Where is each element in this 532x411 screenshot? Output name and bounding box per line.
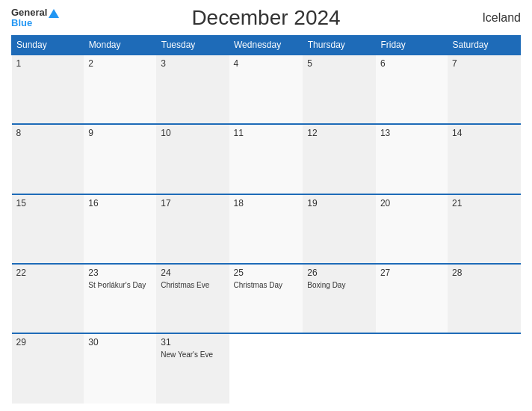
day-number: 23 xyxy=(88,268,152,278)
day-number: 8 xyxy=(16,128,80,138)
holiday-label: Christmas Eve xyxy=(161,280,224,290)
days-header-row: Sunday Monday Tuesday Wednesday Thursday… xyxy=(12,35,521,55)
day-number: 14 xyxy=(452,128,516,138)
holiday-label: Boxing Day xyxy=(307,280,371,290)
header-thursday: Thursday xyxy=(303,35,376,55)
day-number: 6 xyxy=(380,58,443,69)
header-monday: Monday xyxy=(84,35,156,55)
day-number: 16 xyxy=(88,198,152,208)
day-cell-19: 19 xyxy=(303,194,376,264)
day-cell-11: 11 xyxy=(229,124,303,194)
holiday-label: New Year's Eve xyxy=(161,350,224,359)
day-cell-4: 4 xyxy=(229,55,303,124)
day-number: 19 xyxy=(307,198,371,208)
day-cell-10: 10 xyxy=(156,124,229,194)
day-cell-1: 1 xyxy=(12,55,84,124)
day-number: 18 xyxy=(234,198,299,208)
holiday-label: St Þorlákur's Day xyxy=(88,280,152,290)
day-number: 11 xyxy=(234,128,299,138)
day-cell-16: 16 xyxy=(84,194,156,264)
day-cell-26: 26Boxing Day xyxy=(303,264,376,333)
calendar-title: December 2024 xyxy=(191,6,340,30)
calendar-country: Iceland xyxy=(482,11,521,25)
day-number: 2 xyxy=(88,58,152,69)
day-number: 1 xyxy=(16,58,80,69)
day-cell-31: 31New Year's Eve xyxy=(156,333,229,404)
day-cell-25: 25Christmas Day xyxy=(229,264,303,333)
day-number: 25 xyxy=(234,268,299,278)
day-cell-18: 18 xyxy=(229,194,303,264)
day-number: 4 xyxy=(234,58,299,69)
day-cell-17: 17 xyxy=(156,194,229,264)
day-cell-22: 22 xyxy=(12,264,84,333)
day-cell-2: 2 xyxy=(84,55,156,124)
week-row-4: 2223St Þorlákur's Day24Christmas Eve25Ch… xyxy=(12,264,521,333)
day-number: 22 xyxy=(16,268,80,278)
header-sunday: Sunday xyxy=(12,35,84,55)
week-row-5: 293031New Year's Eve xyxy=(12,333,521,404)
day-number: 24 xyxy=(161,268,224,278)
week-row-1: 1234567 xyxy=(12,55,521,124)
day-number: 12 xyxy=(307,128,371,138)
day-cell-15: 15 xyxy=(12,194,84,264)
day-number: 7 xyxy=(452,58,516,69)
day-number: 17 xyxy=(161,198,224,208)
day-cell-28: 28 xyxy=(448,264,520,333)
day-cell-3: 3 xyxy=(156,55,229,124)
day-number: 26 xyxy=(307,268,371,278)
day-cell-34 xyxy=(376,333,448,404)
day-cell-12: 12 xyxy=(303,124,376,194)
day-cell-13: 13 xyxy=(376,124,448,194)
day-number: 9 xyxy=(88,128,152,138)
day-cell-5: 5 xyxy=(303,55,376,124)
calendar-header: General Blue December 2024 Iceland xyxy=(11,7,521,29)
week-row-3: 15161718192021 xyxy=(12,194,521,264)
header-wednesday: Wednesday xyxy=(229,35,303,55)
logo-triangle-icon xyxy=(49,9,59,18)
week-row-2: 891011121314 xyxy=(12,124,521,194)
header-friday: Friday xyxy=(376,35,448,55)
day-cell-20: 20 xyxy=(376,194,448,264)
calendar-container: General Blue December 2024 Iceland Sunda… xyxy=(0,0,532,411)
day-cell-9: 9 xyxy=(84,124,156,194)
logo: General Blue xyxy=(11,7,59,29)
header-tuesday: Tuesday xyxy=(156,35,229,55)
day-cell-6: 6 xyxy=(376,55,448,124)
day-number: 28 xyxy=(452,268,516,278)
day-number: 15 xyxy=(16,198,80,208)
day-cell-30: 30 xyxy=(84,333,156,404)
day-cell-32 xyxy=(229,333,303,404)
holiday-label: Christmas Day xyxy=(234,280,299,290)
day-cell-33 xyxy=(303,333,376,404)
day-cell-21: 21 xyxy=(448,194,520,264)
day-cell-23: 23St Þorlákur's Day xyxy=(84,264,156,333)
logo-blue-text: Blue xyxy=(11,18,59,28)
day-number: 5 xyxy=(307,58,371,69)
day-cell-7: 7 xyxy=(448,55,520,124)
day-number: 27 xyxy=(380,268,443,278)
day-number: 20 xyxy=(380,198,443,208)
day-cell-24: 24Christmas Eve xyxy=(156,264,229,333)
day-number: 29 xyxy=(16,337,80,347)
day-number: 21 xyxy=(452,198,516,208)
day-cell-14: 14 xyxy=(448,124,520,194)
day-cell-29: 29 xyxy=(12,333,84,404)
day-number: 10 xyxy=(161,128,224,138)
logo-general-text: General xyxy=(11,7,59,18)
day-cell-27: 27 xyxy=(376,264,448,333)
day-number: 3 xyxy=(161,58,224,69)
day-number: 13 xyxy=(380,128,443,138)
day-number: 31 xyxy=(161,337,224,347)
calendar-table: Sunday Monday Tuesday Wednesday Thursday… xyxy=(11,35,521,404)
day-cell-35 xyxy=(448,333,520,404)
day-cell-8: 8 xyxy=(12,124,84,194)
day-number: 30 xyxy=(88,337,152,347)
header-saturday: Saturday xyxy=(448,35,520,55)
